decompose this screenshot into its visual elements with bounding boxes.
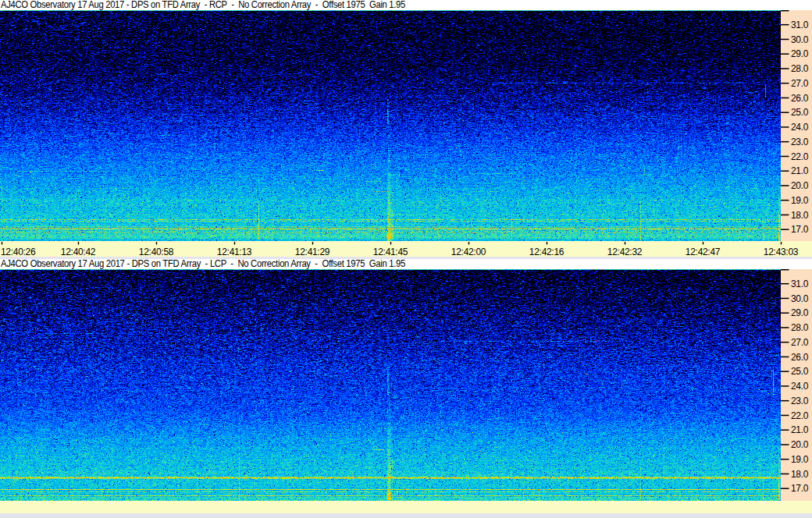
svg-text:19.0: 19.0 <box>791 454 809 465</box>
svg-text:25.0: 25.0 <box>791 366 809 377</box>
svg-text:12:40:58: 12:40:58 <box>139 247 174 257</box>
svg-text:24.0: 24.0 <box>791 122 809 133</box>
svg-text:19.0: 19.0 <box>791 195 809 206</box>
svg-text:17.0: 17.0 <box>791 224 809 235</box>
svg-text:25.0: 25.0 <box>791 107 809 118</box>
svg-text:12:42:32: 12:42:32 <box>607 247 643 257</box>
svg-text:12:41:29: 12:41:29 <box>295 247 330 257</box>
svg-text:12:41:45: 12:41:45 <box>373 247 408 257</box>
svg-text:29.0: 29.0 <box>791 48 809 59</box>
svg-text:31.0: 31.0 <box>791 279 809 289</box>
svg-text:28.0: 28.0 <box>791 322 809 333</box>
svg-text:12:41:13: 12:41:13 <box>217 247 252 257</box>
svg-text:18.0: 18.0 <box>791 210 809 221</box>
svg-text:21.0: 21.0 <box>791 165 809 176</box>
svg-text:27.0: 27.0 <box>791 337 809 348</box>
svg-text:12:42:47: 12:42:47 <box>686 247 721 257</box>
svg-text:26.0: 26.0 <box>791 93 809 104</box>
svg-text:30.0: 30.0 <box>791 34 809 45</box>
svg-text:12:43:03: 12:43:03 <box>764 247 799 257</box>
svg-text:29.0: 29.0 <box>791 307 809 318</box>
svg-text:12:40:26: 12:40:26 <box>1 247 36 257</box>
svg-text:12:42:00: 12:42:00 <box>451 247 486 257</box>
svg-text:24.0: 24.0 <box>791 381 809 392</box>
svg-text:31.0: 31.0 <box>791 20 809 30</box>
svg-text:28.0: 28.0 <box>791 63 809 74</box>
svg-text:12:42:16: 12:42:16 <box>529 247 564 257</box>
svg-text:18.0: 18.0 <box>791 469 809 480</box>
svg-text:22.0: 22.0 <box>791 410 809 421</box>
svg-text:17.0: 17.0 <box>791 483 809 494</box>
svg-text:20.0: 20.0 <box>791 180 809 191</box>
svg-text:23.0: 23.0 <box>791 137 809 147</box>
svg-text:21.0: 21.0 <box>791 424 809 435</box>
svg-text:22.0: 22.0 <box>791 151 809 162</box>
svg-text:23.0: 23.0 <box>791 396 809 406</box>
svg-text:12:40:42: 12:40:42 <box>61 247 96 257</box>
svg-text:30.0: 30.0 <box>791 293 809 304</box>
svg-text:27.0: 27.0 <box>791 78 809 89</box>
svg-text:20.0: 20.0 <box>791 439 809 450</box>
svg-text:26.0: 26.0 <box>791 352 809 363</box>
